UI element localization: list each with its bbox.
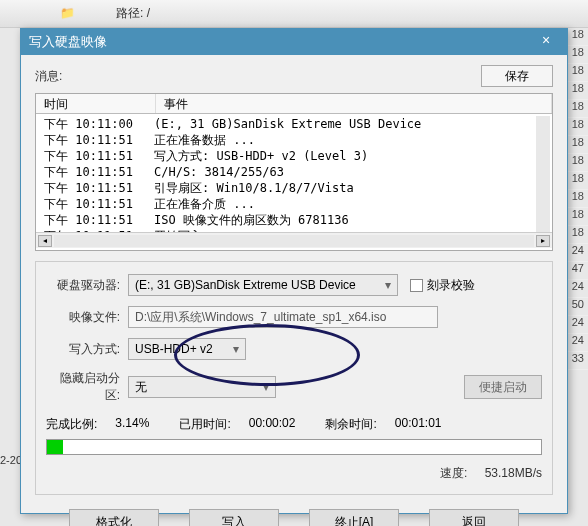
progress-stats: 完成比例:3.14% 已用时间:00:00:02 剩余时间:00:01:01 bbox=[46, 416, 542, 433]
back-button[interactable]: 返回 bbox=[429, 509, 519, 526]
speed-value: 53.18MB/s bbox=[485, 466, 542, 480]
vertical-scrollbar[interactable] bbox=[536, 116, 550, 232]
format-button[interactable]: 格式化 bbox=[69, 509, 159, 526]
log-row: 下午 10:11:51引导扇区: Win10/8.1/8/7/Vista bbox=[36, 180, 552, 196]
form-panel: 硬盘驱动器: (E:, 31 GB)SanDisk Extreme USB De… bbox=[35, 261, 553, 495]
write-disk-image-dialog: 写入硬盘映像 × 消息: 保存 时间 事件 下午 10:11:00(E:, 31… bbox=[20, 28, 568, 514]
hidden-partition-select[interactable]: 无 bbox=[128, 376, 276, 398]
titlebar[interactable]: 写入硬盘映像 × bbox=[21, 29, 567, 55]
toolbar-icon: 📁 bbox=[60, 6, 76, 22]
log-header: 时间 事件 bbox=[36, 94, 552, 114]
speed-row: 速度: 53.18MB/s bbox=[46, 465, 542, 482]
quick-start-button[interactable]: 便捷启动 bbox=[464, 375, 542, 399]
log-row: 下午 10:11:51正在准备介质 ... bbox=[36, 196, 552, 212]
remain-value: 00:01:01 bbox=[395, 416, 442, 433]
log-listview[interactable]: 时间 事件 下午 10:11:00(E:, 31 GB)SanDisk Extr… bbox=[35, 93, 553, 251]
message-label: 消息: bbox=[35, 68, 62, 85]
image-path-input[interactable]: D:\应用\系统\Windows_7_ultimate_sp1_x64.iso bbox=[128, 306, 438, 328]
write-button[interactable]: 写入 bbox=[189, 509, 279, 526]
mode-label: 写入方式: bbox=[46, 341, 128, 358]
scroll-left-icon[interactable]: ◂ bbox=[38, 235, 52, 247]
verify-checkbox[interactable] bbox=[410, 279, 423, 292]
remain-label: 剩余时间: bbox=[325, 416, 376, 433]
speed-label: 速度: bbox=[440, 466, 467, 480]
write-mode-select[interactable]: USB-HDD+ v2 bbox=[128, 338, 246, 360]
path-label: 路径: / bbox=[116, 5, 150, 22]
background-toolbar: 📁 路径: / bbox=[0, 0, 588, 28]
close-button[interactable]: × bbox=[533, 32, 559, 52]
log-row: 下午 10:11:51C/H/S: 3814/255/63 bbox=[36, 164, 552, 180]
side-marker: 2-20 bbox=[0, 454, 22, 466]
bottom-buttons: 格式化 写入 终止[A] 返回 bbox=[35, 509, 553, 526]
save-button[interactable]: 保存 bbox=[481, 65, 553, 87]
log-row: 下午 10:11:51ISO 映像文件的扇区数为 6781136 bbox=[36, 212, 552, 228]
log-row: 下午 10:11:51开始写入 ... bbox=[36, 228, 552, 232]
log-body: 下午 10:11:00(E:, 31 GB)SanDisk Extreme US… bbox=[36, 114, 552, 232]
col-event[interactable]: 事件 bbox=[156, 94, 552, 113]
elapsed-label: 已用时间: bbox=[179, 416, 230, 433]
progress-bar bbox=[46, 439, 542, 455]
hidden-label: 隐藏启动分区: bbox=[46, 370, 128, 404]
drive-select[interactable]: (E:, 31 GB)SanDisk Extreme USB Device bbox=[128, 274, 398, 296]
log-row: 下午 10:11:00(E:, 31 GB)SanDisk Extreme US… bbox=[36, 116, 552, 132]
stop-button[interactable]: 终止[A] bbox=[309, 509, 399, 526]
image-label: 映像文件: bbox=[46, 309, 128, 326]
horizontal-scrollbar[interactable]: ◂ ▸ bbox=[36, 232, 552, 248]
pct-value: 3.14% bbox=[115, 416, 149, 433]
drive-label: 硬盘驱动器: bbox=[46, 277, 128, 294]
log-row: 下午 10:11:51写入方式: USB-HDD+ v2 (Level 3) bbox=[36, 148, 552, 164]
scroll-track[interactable] bbox=[54, 235, 534, 247]
scroll-right-icon[interactable]: ▸ bbox=[536, 235, 550, 247]
pct-label: 完成比例: bbox=[46, 416, 97, 433]
log-row: 下午 10:11:51正在准备数据 ... bbox=[36, 132, 552, 148]
progress-fill bbox=[47, 440, 63, 454]
verify-checkbox-wrap[interactable]: 刻录校验 bbox=[410, 277, 475, 294]
dialog-title: 写入硬盘映像 bbox=[29, 33, 107, 51]
col-time[interactable]: 时间 bbox=[36, 94, 156, 113]
verify-label: 刻录校验 bbox=[427, 277, 475, 294]
elapsed-value: 00:00:02 bbox=[249, 416, 296, 433]
